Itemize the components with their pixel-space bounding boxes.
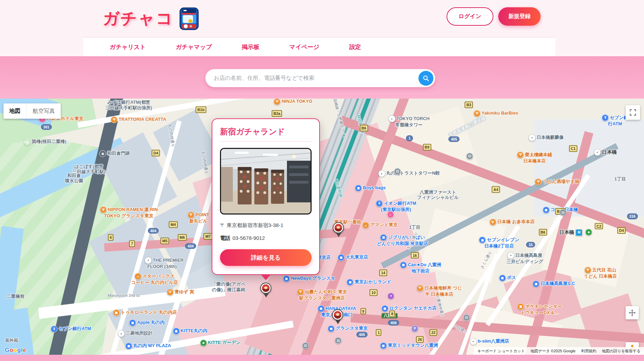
tree-icon[interactable]: ♣ xyxy=(200,339,207,346)
gacha-marker[interactable] xyxy=(260,283,272,299)
pin-icon[interactable]: ● xyxy=(118,330,125,337)
train-icon[interactable]: ⊟ xyxy=(560,209,567,216)
bag-icon[interactable]: ◼ xyxy=(317,305,324,312)
bag-icon[interactable]: ◼ xyxy=(400,261,407,268)
train-icon[interactable]: ⊟ xyxy=(466,153,473,160)
bag-icon[interactable]: ◼ xyxy=(347,279,354,286)
map-label: 10 xyxy=(370,289,377,296)
atm-icon[interactable]: ¥ xyxy=(602,114,609,121)
train-poi-icon[interactable]: ⊟ xyxy=(335,337,343,344)
fork-icon[interactable]: Ψ xyxy=(489,219,496,226)
logo[interactable]: ガチャコ xyxy=(103,7,199,30)
pin-icon[interactable]: ● xyxy=(470,338,477,345)
nav-item-settings[interactable]: 設定 xyxy=(349,43,361,51)
pin-icon[interactable]: ● xyxy=(378,170,385,177)
search-input[interactable] xyxy=(213,75,418,82)
fork-icon[interactable]: Ψ xyxy=(167,289,173,296)
map-canvas[interactable]: みずほ銀行ATM(都営 三田線大手町駅出張所)⌂パレスホテル東京ΨTRATTOR… xyxy=(0,99,644,355)
gacha-capsule-icon xyxy=(334,224,342,232)
fork-icon[interactable]: Ψ xyxy=(187,211,194,218)
bag-icon[interactable]: ◼ xyxy=(499,275,506,282)
bag-icon[interactable]: ◼ xyxy=(173,328,180,335)
expand-control-button[interactable] xyxy=(626,306,639,319)
train-poi-icon[interactable]: ⊟ xyxy=(302,342,310,349)
bag-icon[interactable]: ◼ xyxy=(380,342,387,349)
camera-icon[interactable]: ◉ xyxy=(24,138,31,145)
bag-icon[interactable]: ◼ xyxy=(355,185,362,192)
fork-icon[interactable]: Ψ xyxy=(274,99,281,105)
map-label-text: KITTE ガーデン xyxy=(208,340,240,345)
map-label: B1b xyxy=(196,107,206,113)
bag-icon[interactable]: ◼ xyxy=(380,234,387,241)
gacha-marker[interactable] xyxy=(332,309,344,325)
fork-icon[interactable]: Ψ xyxy=(517,151,524,158)
fork-icon[interactable]: Ψ xyxy=(111,116,118,123)
atm-icon[interactable]: ¥ xyxy=(376,200,383,207)
fullscreen-button[interactable] xyxy=(626,105,640,120)
metro-icon[interactable]: M xyxy=(576,229,583,236)
train-poi-icon[interactable]: ⊟ xyxy=(394,168,402,175)
login-button[interactable]: ログイン xyxy=(447,7,494,26)
details-button[interactable]: 詳細を見る xyxy=(220,249,312,266)
pegman-button[interactable] xyxy=(626,342,639,355)
bag-icon[interactable]: ◼ xyxy=(129,319,136,326)
map-label-text: B6 xyxy=(541,230,545,234)
pin-icon[interactable]: ● xyxy=(507,252,514,259)
fork-icon[interactable]: Ψ xyxy=(416,285,423,292)
nav-item-gacha-list[interactable]: ガチャリスト xyxy=(110,43,146,51)
cafe-icon[interactable]: ☕ xyxy=(362,222,369,229)
metro-poi-icon[interactable]: M xyxy=(576,229,584,236)
attraction-icon[interactable]: ✦ xyxy=(388,293,395,300)
camera-icon[interactable]: ◉ xyxy=(99,150,106,157)
pin-icon[interactable]: ● xyxy=(528,134,535,141)
fork-icon[interactable]: Ψ xyxy=(100,207,107,213)
train-poi-icon[interactable]: ⊟ xyxy=(466,153,474,160)
train-poi-icon[interactable]: ⊟ xyxy=(560,209,568,216)
tree-poi-icon[interactable]: ♣ xyxy=(585,229,593,236)
train-icon[interactable]: ⊟ xyxy=(463,314,470,321)
bag-icon[interactable]: ◼ xyxy=(533,280,540,287)
bag-icon[interactable]: ◼ xyxy=(125,343,132,350)
bag-icon[interactable]: ◼ xyxy=(338,254,345,261)
bag-icon[interactable]: ◼ xyxy=(381,305,388,312)
tree-icon[interactable]: ♣ xyxy=(585,229,592,236)
atm-icon[interactable]: ¥ xyxy=(51,326,58,333)
pin-icon[interactable]: ● xyxy=(388,116,395,123)
pin-icon[interactable]: ● xyxy=(145,257,152,264)
bag-icon[interactable]: ◼ xyxy=(328,325,334,332)
attraction-poi-icon[interactable]: ✦ xyxy=(388,293,396,300)
map-type-map-button[interactable]: 地図 xyxy=(3,103,26,119)
train-icon[interactable]: ⊟ xyxy=(394,168,401,175)
nav-item-gacha-map[interactable]: ガチャマップ xyxy=(176,43,212,51)
fork-icon[interactable]: Ψ xyxy=(584,267,591,274)
pin-icon[interactable]: ● xyxy=(594,149,601,156)
train-icon[interactable]: ⊟ xyxy=(335,337,342,344)
gacha-marker[interactable] xyxy=(333,222,345,238)
train-poi-icon[interactable]: ⊟ xyxy=(463,314,471,321)
bag-icon[interactable]: ◼ xyxy=(283,275,290,282)
fork-icon[interactable]: Ψ xyxy=(535,178,542,185)
search-icon xyxy=(423,75,429,82)
cafe-icon[interactable]: ☕ xyxy=(135,273,142,280)
map-label: B9 xyxy=(423,144,431,151)
map-label: ●TOKYO TORCH 常盤橋タワー xyxy=(388,116,430,128)
fork-icon[interactable]: Ψ xyxy=(297,288,304,295)
map-label: 26 xyxy=(416,336,424,343)
map-label-text: 405 xyxy=(451,137,457,141)
hotel-icon[interactable]: ⌂ xyxy=(387,211,394,218)
search-button[interactable] xyxy=(418,71,433,86)
bago-icon[interactable]: ◼ xyxy=(113,309,120,316)
parking-poi-icon[interactable]: P xyxy=(412,325,420,332)
map-label-text: 1丁目 xyxy=(409,225,421,230)
bag-icon[interactable]: ◼ xyxy=(479,237,486,244)
parking-icon[interactable]: P xyxy=(412,325,418,332)
nav-item-board[interactable]: 掲示板 xyxy=(242,43,260,51)
bag-icon[interactable]: ◼ xyxy=(543,207,550,213)
map-type-satellite-button[interactable]: 航空写真 xyxy=(26,103,61,119)
fork-icon[interactable]: Ψ xyxy=(474,110,481,117)
hotel-poi-icon[interactable]: ⌂ xyxy=(387,211,395,218)
nav-item-mypage[interactable]: マイページ xyxy=(289,43,320,51)
train-icon[interactable]: ⊟ xyxy=(302,342,309,349)
bago-icon[interactable]: ◼ xyxy=(517,303,524,310)
signup-button[interactable]: 新規登録 xyxy=(498,7,541,26)
